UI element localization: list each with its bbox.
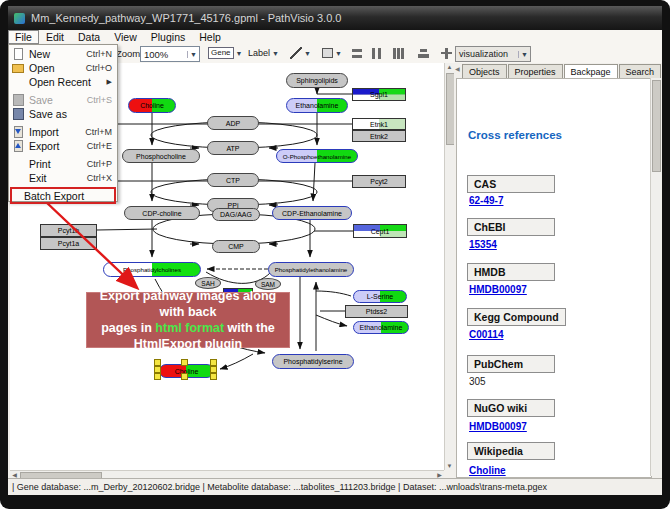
node-ctp[interactable]: CTP (207, 173, 259, 187)
node-pcyt2[interactable]: Pcyt2 (352, 175, 406, 188)
scroll-up-icon[interactable]: ▲ (445, 63, 454, 71)
node-pcyt1b[interactable]: Pcyt1b (40, 224, 97, 237)
common-height-icon[interactable] (416, 47, 431, 60)
xref-link[interactable]: Choline (469, 465, 506, 476)
node-etnk2[interactable]: Etnk2 (352, 130, 406, 142)
node-etnk1[interactable]: Etnk1 (352, 118, 406, 130)
node-phosphatidylethanolamine[interactable]: Phosphatidylethanolamine (268, 262, 354, 277)
selection-handle[interactable] (210, 373, 217, 380)
menu-item-new[interactable]: NewCtrl+N (9, 47, 117, 61)
selection-handle[interactable] (210, 359, 217, 366)
node-sgpl1[interactable]: Sgpl1 (352, 88, 406, 101)
gene-datanode-icon: Gene (208, 47, 234, 59)
node-ethanolamine-bottom[interactable]: Ethanolamine (353, 321, 409, 334)
xref-source-pubchem: PubChem (467, 355, 555, 373)
menu-item-exit[interactable]: ExitCtrl+X (9, 171, 117, 185)
node-cdp-choline[interactable]: CDP-choline (124, 206, 200, 220)
sidebar-panel: Objects Properties Backpage Search Legen… (454, 63, 662, 478)
submenu-arrow-icon: ▶ (107, 78, 112, 86)
menu-file[interactable]: File (8, 30, 39, 44)
stack-icon[interactable] (439, 47, 454, 60)
node-phosphocholine[interactable]: Phosphocholine (122, 149, 200, 163)
scrollbar-thumb[interactable] (652, 80, 661, 172)
menu-edit[interactable]: Edit (39, 30, 71, 44)
selection-handle[interactable] (154, 366, 161, 373)
menu-bar: File Edit Data View Plugins Help (8, 30, 662, 45)
menu-item-save-as[interactable]: Save as (9, 107, 117, 121)
selection-handle[interactable] (154, 373, 161, 380)
node-dag-aag[interactable]: DAG/AAG (212, 208, 260, 221)
line-tool-button[interactable]: ▼ (290, 46, 311, 60)
selection-handle[interactable] (181, 359, 188, 366)
selection-handle[interactable] (181, 373, 188, 380)
node-atp[interactable]: ATP (207, 141, 259, 155)
node-cmp[interactable]: CMP (212, 240, 260, 253)
line-tool-icon (290, 47, 302, 59)
file-menu: NewCtrl+N OpenCtrl+O Open Recent▶ SaveCt… (8, 44, 118, 202)
node-pcyt1a[interactable]: Pcyt1a (40, 237, 97, 250)
save-as-disk-icon (12, 108, 25, 120)
chevron-down-icon[interactable]: ▼ (304, 50, 311, 57)
selection-handle[interactable] (210, 366, 217, 373)
node-o-phosphoethanolamine[interactable]: O-Phosphoethanolamine (276, 149, 358, 163)
screenshot: Mm_Kennedy_pathway_WP1771_45176.gpml - P… (0, 0, 670, 509)
sidebar-scrollbar[interactable] (650, 78, 661, 476)
label-tool-button[interactable]: Label▼ (248, 46, 279, 60)
window-frame: Mm_Kennedy_pathway_WP1771_45176.gpml - P… (0, 0, 670, 509)
node-choline-top[interactable]: Choline (128, 98, 176, 113)
shape-tool-button[interactable]: ▼ (322, 46, 342, 60)
node-phosphatidylcholines[interactable]: Phosphatidylcholines (103, 262, 201, 277)
tab-properties[interactable]: Properties (508, 64, 563, 79)
scroll-down-icon[interactable]: ▼ (445, 462, 454, 470)
node-phosphatidylserine[interactable]: Phosphatidylserine (272, 354, 354, 369)
menu-item-open[interactable]: OpenCtrl+O (9, 61, 117, 75)
save-disk-icon (12, 94, 25, 106)
menu-item-save: SaveCtrl+S (9, 93, 117, 107)
open-folder-icon (12, 62, 25, 74)
node-adp[interactable]: ADP (207, 116, 259, 130)
xref-link[interactable]: HMDB00097 (469, 421, 527, 432)
menu-item-batch-export[interactable]: Batch Export (10, 187, 116, 204)
xref-source-kegg: Kegg Compound (467, 308, 566, 326)
xref-link[interactable]: 62-49-7 (469, 195, 503, 206)
chevron-down-icon[interactable]: ▼ (518, 51, 530, 58)
title-bar[interactable]: Mm_Kennedy_pathway_WP1771_45176.gpml - P… (8, 6, 662, 30)
node-cdp-ethanolamine[interactable]: CDP-Ethanolamine (272, 206, 352, 220)
highlighted-text: html format (155, 321, 224, 335)
menu-item-print[interactable]: PrintCtrl+P (9, 157, 117, 171)
panel-splitter-icon[interactable]: ◀ (455, 65, 460, 72)
zoom-select[interactable]: 100% ▼ (140, 46, 200, 62)
tab-objects[interactable]: Objects (462, 64, 507, 79)
chevron-down-icon[interactable]: ▼ (335, 50, 342, 57)
xref-link[interactable]: C00114 (469, 329, 503, 340)
xref-link[interactable]: HMDB00097 (469, 284, 527, 295)
node-l-serine[interactable]: L-Serine (353, 290, 407, 303)
xref-value: 305 (469, 376, 486, 387)
common-width-icon[interactable] (391, 47, 406, 60)
menu-data[interactable]: Data (71, 30, 107, 44)
datanode-tool-button[interactable]: Gene▼ (208, 46, 243, 60)
xref-link[interactable]: 15354 (469, 239, 497, 250)
menu-item-import[interactable]: ImportCtrl+M (9, 125, 117, 139)
chevron-down-icon[interactable]: ▼ (272, 50, 279, 57)
pathvisio-app-icon (14, 13, 25, 24)
menu-help[interactable]: Help (192, 30, 228, 44)
menu-item-export[interactable]: ExportCtrl+E (9, 139, 117, 153)
visualization-select[interactable]: visualization ▼ (455, 46, 531, 62)
node-ethanolamine-top[interactable]: Ethanolamine (286, 98, 348, 113)
xref-source-nugo: NuGO wiki (467, 399, 555, 417)
chevron-down-icon[interactable]: ▼ (236, 50, 243, 57)
align-horizontal-icon[interactable] (350, 47, 365, 60)
selection-handle[interactable] (154, 359, 161, 366)
xref-source-wikipedia: Wikipedia (467, 442, 555, 460)
xref-source-chebi: ChEBI (467, 218, 555, 236)
node-ptdss2[interactable]: Ptdss2 (345, 305, 408, 318)
menu-item-open-recent[interactable]: Open Recent▶ (9, 75, 117, 89)
node-cept1[interactable]: Cept1 (353, 224, 407, 238)
align-vertical-icon[interactable] (369, 47, 384, 60)
node-sphingolipids[interactable]: Sphingolipids (286, 73, 348, 88)
menu-plugins[interactable]: Plugins (144, 30, 192, 44)
menu-view[interactable]: View (107, 30, 144, 44)
tab-search[interactable]: Search (619, 64, 662, 79)
chevron-down-icon[interactable]: ▼ (187, 51, 199, 58)
